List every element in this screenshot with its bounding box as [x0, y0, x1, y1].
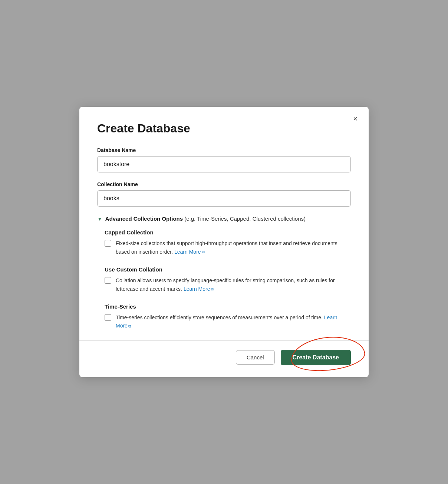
advanced-toggle-label: Advanced Collection Options (e.g. Time-S… [105, 215, 306, 222]
timeseries-learn-more-link[interactable]: Learn More⧉ [116, 315, 337, 329]
capped-collection-checkbox[interactable] [105, 240, 111, 247]
modal-backdrop: × Create Database Database Name Collecti… [0, 0, 448, 484]
database-name-label: Database Name [97, 147, 351, 153]
create-database-button[interactable]: Create Database [281, 350, 351, 365]
collation-learn-more-link[interactable]: Learn More⧉ [184, 286, 214, 292]
collection-name-input[interactable] [97, 190, 351, 207]
capped-learn-more-link[interactable]: Learn More⧉ [174, 249, 205, 255]
create-database-modal: × Create Database Database Name Collecti… [79, 107, 369, 377]
advanced-options: Capped Collection Fixed-size collections… [97, 229, 351, 330]
custom-collation-checkbox[interactable] [105, 277, 111, 284]
modal-divider [79, 340, 369, 341]
time-series-row: Time-series collections efficiently stor… [105, 313, 351, 330]
advanced-toggle-bold: Advanced Collection Options [105, 215, 183, 222]
advanced-section: ▼ Advanced Collection Options (e.g. Time… [97, 215, 351, 330]
collection-name-label: Collection Name [97, 181, 351, 187]
time-series-title: Time-Series [105, 303, 351, 310]
custom-collation-description: Collation allows users to specify langua… [116, 276, 351, 293]
capped-collection-title: Capped Collection [105, 229, 351, 236]
modal-footer: Cancel Create Database [97, 350, 351, 365]
custom-collation-row: Collation allows users to specify langua… [105, 276, 351, 293]
collection-name-group: Collection Name [97, 181, 351, 207]
database-name-input[interactable] [97, 156, 351, 172]
custom-collation-title: Use Custom Collation [105, 266, 351, 273]
advanced-toggle[interactable]: ▼ Advanced Collection Options (e.g. Time… [97, 215, 351, 222]
advanced-toggle-hint: (e.g. Time-Series, Capped, Clustered col… [184, 215, 306, 222]
external-link-icon: ⧉ [202, 250, 205, 254]
external-link-icon-2: ⧉ [211, 287, 214, 291]
cancel-button[interactable]: Cancel [236, 350, 275, 365]
capped-collection-group: Capped Collection Fixed-size collections… [105, 229, 351, 256]
capped-collection-row: Fixed-size collections that support high… [105, 239, 351, 256]
chevron-down-icon: ▼ [97, 216, 102, 222]
custom-collation-group: Use Custom Collation Collation allows us… [105, 266, 351, 293]
time-series-description: Time-series collections efficiently stor… [116, 313, 351, 330]
database-name-group: Database Name [97, 147, 351, 172]
time-series-group: Time-Series Time-series collections effi… [105, 303, 351, 330]
time-series-checkbox[interactable] [105, 314, 111, 321]
modal-title: Create Database [97, 122, 351, 135]
close-button[interactable]: × [350, 113, 360, 124]
capped-collection-description: Fixed-size collections that support high… [116, 239, 351, 256]
external-link-icon-3: ⧉ [128, 324, 131, 328]
